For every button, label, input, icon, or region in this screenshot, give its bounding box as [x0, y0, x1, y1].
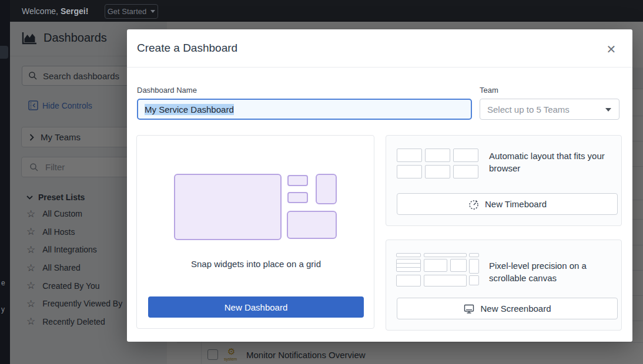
illustration-widget — [450, 259, 467, 272]
get-started-button[interactable]: Get Started — [105, 4, 158, 19]
team-select-placeholder: Select up to 5 Teams — [487, 105, 570, 114]
active-nav-indicator — [0, 46, 8, 59]
grid-dashboard-card: Snap widgets into place on a grid New Da… — [136, 135, 374, 329]
nav-label-fragment: e — [1, 279, 5, 287]
illustration-widget — [397, 149, 422, 162]
illustration-widget — [453, 165, 478, 178]
team-select[interactable]: Select up to 5 Teams — [480, 99, 619, 120]
illustration-widget — [174, 174, 282, 240]
illustration-widget — [469, 275, 479, 285]
grid-layout-illustration — [174, 174, 338, 240]
illustration-widget — [287, 211, 337, 239]
illustration-widget — [396, 275, 421, 287]
illustration-widget — [424, 275, 467, 287]
illustration-widget — [424, 253, 467, 257]
create-dashboard-modal: Create a Dashboard ✕ Dashboard Name My S… — [127, 29, 632, 342]
chevron-down-icon — [150, 10, 155, 13]
timeboard-description: Automatic layout that fits your browser — [489, 150, 617, 174]
grid-card-caption: Snap widgets into place on a grid — [137, 259, 375, 269]
illustration-widget — [397, 165, 422, 178]
screenboard-description: Pixel-level precision on a scrollable ca… — [489, 259, 611, 284]
team-label: Team — [480, 86, 498, 95]
illustration-widget — [287, 175, 308, 186]
new-timeboard-label: New Timeboard — [485, 199, 547, 209]
illustration-widget — [425, 165, 450, 178]
free-layout-illustration — [396, 253, 479, 287]
illustration-widget — [424, 259, 447, 272]
chevron-down-icon — [605, 108, 611, 112]
new-screenboard-button[interactable]: New Screenboard — [397, 298, 618, 319]
divider — [127, 67, 632, 68]
new-dashboard-button[interactable]: New Dashboard — [148, 296, 364, 318]
welcome-username: Sergei! — [61, 6, 88, 16]
illustration-widget — [396, 253, 421, 257]
new-screenboard-label: New Screenboard — [480, 304, 551, 314]
dashboard-name-input[interactable]: My Service Dashboard — [137, 99, 472, 120]
timeboard-card: Automatic layout that fits your browser … — [386, 135, 622, 226]
dashboard-name-value: My Service Dashboard — [145, 104, 234, 115]
topbar: Welcome, Sergei! Get Started — [0, 0, 643, 22]
close-icon[interactable]: ✕ — [603, 41, 619, 58]
illustration-widget — [287, 192, 308, 203]
welcome-prefix: Welcome, — [22, 6, 58, 16]
modal-title: Create a Dashboard — [137, 42, 237, 55]
left-nav-strip: e y — [0, 0, 10, 364]
illustration-widget — [453, 149, 478, 162]
nav-label-fragment: y — [1, 305, 5, 314]
dashboard-name-label: Dashboard Name — [137, 86, 197, 95]
illustration-widget — [469, 253, 479, 257]
get-started-label: Get Started — [108, 7, 146, 16]
monitor-icon — [463, 303, 475, 315]
screenboard-card: Pixel-level precision on a scrollable ca… — [386, 240, 622, 331]
welcome-text: Welcome, Sergei! — [22, 6, 88, 16]
stopwatch-icon — [468, 198, 480, 210]
auto-layout-illustration — [397, 149, 478, 178]
illustration-widget — [425, 149, 450, 162]
illustration-widget — [469, 259, 479, 274]
illustration-widget — [316, 174, 337, 204]
screen: Welcome, Sergei! Get Started e y Dashboa… — [0, 0, 643, 364]
illustration-widget — [396, 259, 421, 272]
new-timeboard-button[interactable]: New Timeboard — [397, 193, 618, 215]
